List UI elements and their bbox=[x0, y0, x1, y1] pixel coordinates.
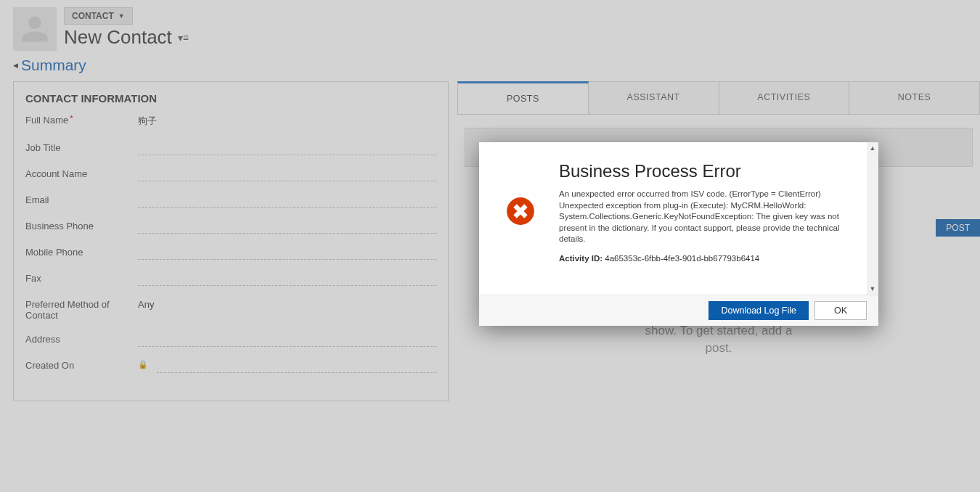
field-label: Fax bbox=[25, 273, 131, 284]
error-icon bbox=[505, 196, 536, 226]
field-label: Account Name bbox=[25, 168, 131, 179]
post-button[interactable]: POST bbox=[936, 219, 980, 237]
error-title: Business Process Error bbox=[559, 161, 857, 181]
entity-type-label: CONTACT bbox=[72, 11, 114, 21]
scroll-down-icon[interactable]: ▼ bbox=[867, 283, 878, 295]
required-star-icon: * bbox=[70, 114, 73, 123]
field-value[interactable] bbox=[138, 273, 436, 286]
avatar bbox=[13, 7, 57, 51]
field-fax[interactable]: Fax bbox=[25, 273, 436, 286]
field-value[interactable] bbox=[138, 142, 436, 155]
field-label: Email bbox=[25, 194, 131, 205]
scroll-up-icon[interactable]: ▲ bbox=[867, 142, 878, 154]
record-menu-icon[interactable]: ▾≡ bbox=[178, 32, 189, 44]
record-title-text: New Contact bbox=[64, 26, 172, 49]
field-label: Business Phone bbox=[25, 221, 131, 231]
card-title: CONTACT INFORMATION bbox=[25, 92, 436, 104]
field-value[interactable] bbox=[138, 334, 436, 347]
tab-activities[interactable]: ACTIVITIES bbox=[719, 81, 850, 114]
field-value[interactable] bbox=[138, 247, 436, 260]
field-label: Preferred Method of Contact bbox=[25, 299, 131, 321]
chevron-down-icon: ▼ bbox=[118, 12, 125, 20]
entity-type-chip[interactable]: CONTACT ▼ bbox=[64, 7, 133, 25]
activity-id-label: Activity ID: bbox=[559, 254, 603, 263]
field-label: Created On bbox=[25, 360, 131, 371]
error-activity: Activity ID: 4a65353c-6fbb-4fe3-901d-bb6… bbox=[559, 254, 857, 263]
ok-button[interactable]: OK bbox=[814, 301, 867, 320]
field-account-name[interactable]: Account Name bbox=[25, 168, 436, 181]
section-header[interactable]: ◀ Summary bbox=[13, 57, 980, 74]
download-log-button[interactable]: Download Log File bbox=[709, 301, 809, 320]
field-label: Mobile Phone bbox=[25, 247, 131, 258]
dialog-footer: Download Log File OK bbox=[479, 295, 878, 326]
field-full-name[interactable]: Full Name* 狗子 bbox=[25, 115, 436, 129]
tab-list: POSTS ASSISTANT ACTIVITIES NOTES bbox=[457, 81, 980, 115]
collapse-caret-icon: ◀ bbox=[13, 62, 18, 69]
scrollbar[interactable]: ▲ ▼ bbox=[867, 142, 878, 295]
error-dialog: Business Process Error An unexpected err… bbox=[479, 142, 878, 326]
contact-information-card: CONTACT INFORMATION Full Name* 狗子 Job Ti… bbox=[13, 81, 449, 401]
field-business-phone[interactable]: Business Phone bbox=[25, 221, 436, 234]
field-mobile-phone[interactable]: Mobile Phone bbox=[25, 247, 436, 260]
lock-icon: 🔒 bbox=[138, 360, 147, 369]
field-preferred-method[interactable]: Preferred Method of Contact Any bbox=[25, 299, 436, 321]
record-header: CONTACT ▼ New Contact ▾≡ bbox=[13, 7, 980, 51]
field-label: Full Name* bbox=[25, 115, 131, 126]
person-icon bbox=[20, 14, 50, 44]
field-value[interactable] bbox=[138, 168, 436, 181]
field-value[interactable]: Any bbox=[138, 299, 436, 312]
record-title: New Contact ▾≡ bbox=[64, 26, 189, 49]
activity-id-value: 4a65353c-6fbb-4fe3-901d-bb67793b6414 bbox=[605, 254, 759, 263]
field-value[interactable]: 狗子 bbox=[138, 115, 436, 129]
section-title: Summary bbox=[21, 57, 86, 74]
field-job-title[interactable]: Job Title bbox=[25, 142, 436, 155]
error-message: An unexpected error occurred from ISV co… bbox=[559, 189, 857, 245]
tab-posts[interactable]: POSTS bbox=[457, 81, 589, 114]
field-address[interactable]: Address bbox=[25, 334, 436, 347]
field-email[interactable]: Email bbox=[25, 194, 436, 208]
field-created-on: Created On 🔒 bbox=[25, 360, 436, 373]
field-value[interactable] bbox=[138, 221, 436, 234]
field-value[interactable] bbox=[138, 194, 436, 208]
tab-assistant[interactable]: ASSISTANT bbox=[589, 81, 719, 114]
field-label: Address bbox=[25, 334, 131, 345]
field-value bbox=[157, 360, 436, 373]
field-label: Job Title bbox=[25, 142, 131, 153]
tab-notes[interactable]: NOTES bbox=[849, 81, 980, 114]
